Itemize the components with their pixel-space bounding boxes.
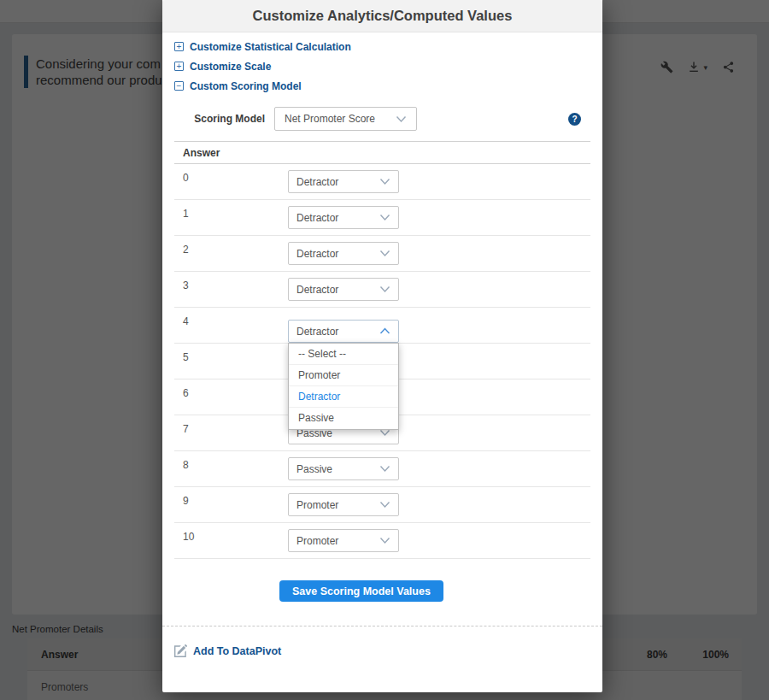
answer-column-header: Answer (174, 141, 590, 164)
answer-row-10: 10 Promoter (174, 523, 590, 559)
answer-header-label: Answer (183, 147, 220, 159)
edit-pencil-icon (174, 644, 187, 657)
chevron-down-icon (379, 537, 390, 544)
select-value: Promoter (296, 499, 338, 511)
expand-plus-icon: + (174, 62, 184, 71)
chevron-down-icon (379, 178, 390, 185)
section-customize-scale[interactable]: + Customize Scale (174, 56, 590, 76)
open-select-wrap: Detractor -- Select -- Promoter Detracto… (288, 320, 399, 343)
select-value: Detractor (296, 176, 338, 188)
category-select-1[interactable]: Detractor (288, 206, 399, 229)
scoring-model-select[interactable]: Net Promoter Score (274, 107, 417, 131)
chevron-up-icon (379, 327, 390, 335)
answer-row-4: 4 Detractor -- Select -- Promoter Detrac… (174, 308, 590, 344)
chevron-down-icon (379, 250, 390, 257)
section-list: + Customize Statistical Calculation + Cu… (162, 32, 602, 96)
modal-footer: Add To DataPivot (162, 626, 602, 679)
chevron-down-icon (379, 501, 390, 509)
scoring-model-row: Scoring Model Net Promoter Score ? (162, 107, 602, 131)
dropdown-option-detractor-selected[interactable]: Detractor (289, 386, 398, 408)
select-value: Detractor (296, 326, 338, 338)
expand-plus-icon: + (174, 42, 184, 51)
chevron-down-icon (379, 429, 390, 437)
section-customize-statistical-calculation[interactable]: + Customize Statistical Calculation (174, 37, 590, 56)
modal-header: Customize Analytics/Computed Values (162, 0, 602, 32)
section-label: Custom Scoring Model (190, 80, 302, 92)
select-dropdown-list: -- Select -- Promoter Detractor Passive (288, 343, 399, 430)
chevron-down-icon (379, 465, 390, 473)
category-select-2[interactable]: Detractor (288, 242, 399, 265)
dropdown-option-promoter[interactable]: Promoter (289, 365, 398, 386)
section-label: Customize Scale (190, 61, 271, 73)
chevron-down-icon (379, 214, 390, 221)
answer-label: 4 (183, 308, 288, 327)
answer-label: 8 (183, 451, 288, 471)
modal-title: Customize Analytics/Computed Values (253, 8, 513, 24)
category-select-9[interactable]: Promoter (288, 493, 399, 516)
category-select-0[interactable]: Detractor (288, 170, 399, 193)
answer-row-3: 3 Detractor (174, 272, 590, 308)
save-scoring-model-button[interactable]: Save Scoring Model Values (279, 580, 443, 602)
dropdown-option-passive[interactable]: Passive (289, 408, 398, 429)
answer-row-1: 1 Detractor (174, 200, 590, 236)
category-select-4-open[interactable]: Detractor (288, 320, 399, 343)
save-row: Save Scoring Model Values (162, 580, 602, 602)
answer-label: 2 (183, 236, 288, 256)
category-select-8[interactable]: Passive (288, 457, 399, 480)
section-label: Customize Statistical Calculation (190, 41, 351, 53)
answer-row-2: 2 Detractor (174, 236, 590, 272)
answer-label: 6 (183, 379, 288, 399)
answer-label: 7 (183, 415, 288, 435)
answer-row-8: 8 Passive (174, 451, 590, 487)
customize-analytics-modal: Customize Analytics/Computed Values + Cu… (162, 0, 602, 692)
scoring-model-label: Scoring Model (174, 113, 265, 125)
scoring-table: Answer 0 Detractor 1 Detractor 2 Detract… (174, 141, 590, 559)
answer-row-0: 0 Detractor (174, 164, 590, 200)
collapse-minus-icon: − (174, 81, 184, 91)
add-to-datapivot-link[interactable]: Add To DataPivot (174, 644, 281, 657)
scoring-model-value: Net Promoter Score (285, 113, 375, 125)
select-value: Detractor (296, 248, 338, 260)
answer-label: 9 (183, 487, 288, 507)
section-custom-scoring-model[interactable]: − Custom Scoring Model (174, 76, 590, 96)
add-to-datapivot-label: Add To DataPivot (193, 645, 281, 657)
category-select-10[interactable]: Promoter (288, 529, 399, 552)
chevron-down-icon (379, 285, 390, 293)
category-select-3[interactable]: Detractor (288, 278, 399, 301)
select-value: Detractor (296, 212, 338, 224)
chevron-down-icon (396, 115, 407, 123)
help-question-icon[interactable]: ? (568, 113, 581, 126)
select-value: Detractor (296, 284, 338, 296)
dropdown-option-select[interactable]: -- Select -- (289, 344, 398, 365)
answer-row-9: 9 Promoter (174, 487, 590, 523)
select-value: Passive (296, 463, 332, 475)
answer-label: 5 (183, 344, 288, 363)
answer-label: 0 (183, 164, 288, 184)
answer-label: 3 (183, 272, 288, 291)
answer-label: 10 (183, 523, 288, 543)
answer-label: 1 (183, 200, 288, 220)
select-value: Promoter (296, 535, 338, 547)
